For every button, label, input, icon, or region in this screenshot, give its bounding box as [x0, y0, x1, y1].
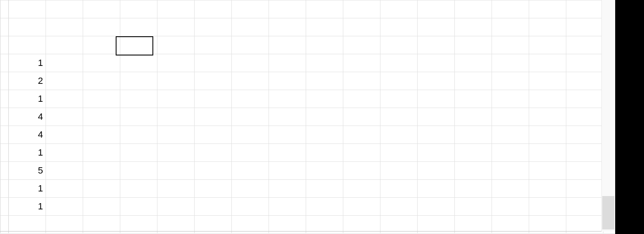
cell[interactable] — [157, 162, 195, 180]
cell[interactable] — [46, 0, 83, 18]
cell[interactable] — [83, 108, 120, 126]
cell[interactable] — [83, 18, 120, 36]
cell[interactable] — [566, 162, 603, 180]
cell[interactable] — [529, 18, 566, 36]
cell[interactable] — [195, 18, 232, 36]
row-header[interactable] — [0, 36, 9, 54]
cell[interactable] — [195, 36, 232, 54]
cell[interactable] — [343, 180, 380, 198]
cell[interactable] — [566, 198, 603, 216]
cell[interactable] — [83, 198, 120, 216]
worksheet-area[interactable]: 121441511 — [0, 0, 615, 234]
row-header[interactable] — [0, 90, 9, 108]
cell[interactable] — [343, 198, 380, 216]
cell[interactable] — [306, 126, 343, 144]
cell[interactable]: 4 — [9, 126, 46, 144]
cell[interactable] — [455, 108, 492, 126]
cell[interactable] — [566, 72, 603, 90]
cell[interactable] — [83, 72, 120, 90]
cell[interactable] — [120, 72, 157, 90]
cell[interactable] — [46, 126, 83, 144]
cell[interactable] — [232, 126, 269, 144]
cell[interactable]: 1 — [9, 90, 46, 108]
cell[interactable] — [306, 144, 343, 162]
cell[interactable] — [343, 0, 380, 18]
cell[interactable] — [455, 36, 492, 54]
cell[interactable] — [492, 162, 529, 180]
cell[interactable] — [492, 72, 529, 90]
cell[interactable] — [529, 162, 566, 180]
cell[interactable] — [566, 180, 603, 198]
cell[interactable] — [529, 144, 566, 162]
cell[interactable] — [306, 0, 343, 18]
cell[interactable] — [195, 72, 232, 90]
row-header[interactable] — [0, 72, 9, 90]
cell[interactable] — [343, 126, 380, 144]
cell[interactable] — [455, 0, 492, 18]
cell[interactable] — [529, 180, 566, 198]
cell[interactable] — [157, 18, 195, 36]
cell[interactable] — [120, 126, 157, 144]
row-header[interactable] — [0, 0, 9, 18]
cell[interactable] — [269, 72, 306, 90]
cell[interactable] — [529, 72, 566, 90]
cell[interactable] — [455, 90, 492, 108]
cell[interactable] — [343, 108, 380, 126]
cell[interactable] — [343, 72, 380, 90]
cell[interactable] — [418, 0, 455, 18]
cell[interactable] — [492, 180, 529, 198]
cell[interactable] — [195, 144, 232, 162]
cell[interactable] — [195, 108, 232, 126]
cell[interactable] — [455, 162, 492, 180]
cell[interactable] — [380, 126, 418, 144]
row-header[interactable] — [0, 144, 9, 162]
cell[interactable] — [380, 90, 418, 108]
cell[interactable] — [306, 198, 343, 216]
cell[interactable] — [120, 0, 157, 18]
cell[interactable] — [120, 54, 157, 72]
cell[interactable] — [492, 0, 529, 18]
cell[interactable] — [9, 18, 46, 36]
cell[interactable] — [195, 198, 232, 216]
cell[interactable] — [157, 90, 195, 108]
cell[interactable] — [380, 0, 418, 18]
cell[interactable] — [157, 0, 195, 18]
cell[interactable] — [83, 180, 120, 198]
cell[interactable] — [306, 72, 343, 90]
cell[interactable] — [492, 36, 529, 54]
cell[interactable] — [343, 36, 380, 54]
cell[interactable] — [343, 18, 380, 36]
row-header[interactable] — [0, 54, 9, 72]
cell[interactable]: 1 — [9, 144, 46, 162]
cell[interactable] — [83, 0, 120, 18]
cell[interactable] — [83, 36, 120, 54]
cell[interactable]: 1 — [9, 198, 46, 216]
cell[interactable] — [529, 126, 566, 144]
cell[interactable] — [269, 54, 306, 72]
cell[interactable] — [418, 18, 455, 36]
cell[interactable] — [157, 180, 195, 198]
cell[interactable] — [83, 90, 120, 108]
cell[interactable] — [195, 90, 232, 108]
cell[interactable] — [46, 54, 83, 72]
cell[interactable] — [120, 90, 157, 108]
cell[interactable] — [269, 0, 306, 18]
cell[interactable] — [46, 18, 83, 36]
cell[interactable] — [306, 162, 343, 180]
cell[interactable] — [9, 36, 46, 54]
cell[interactable] — [380, 54, 418, 72]
cell[interactable] — [232, 198, 269, 216]
cell[interactable] — [83, 54, 120, 72]
cell[interactable] — [380, 72, 418, 90]
cell[interactable] — [157, 126, 195, 144]
cell[interactable] — [46, 36, 83, 54]
cell[interactable] — [157, 72, 195, 90]
cell[interactable] — [120, 108, 157, 126]
cell[interactable] — [418, 90, 455, 108]
cell[interactable]: 4 — [9, 108, 46, 126]
cell[interactable] — [46, 198, 83, 216]
cell[interactable] — [566, 36, 603, 54]
cell[interactable] — [157, 198, 195, 216]
cell[interactable] — [343, 90, 380, 108]
cell[interactable] — [269, 108, 306, 126]
